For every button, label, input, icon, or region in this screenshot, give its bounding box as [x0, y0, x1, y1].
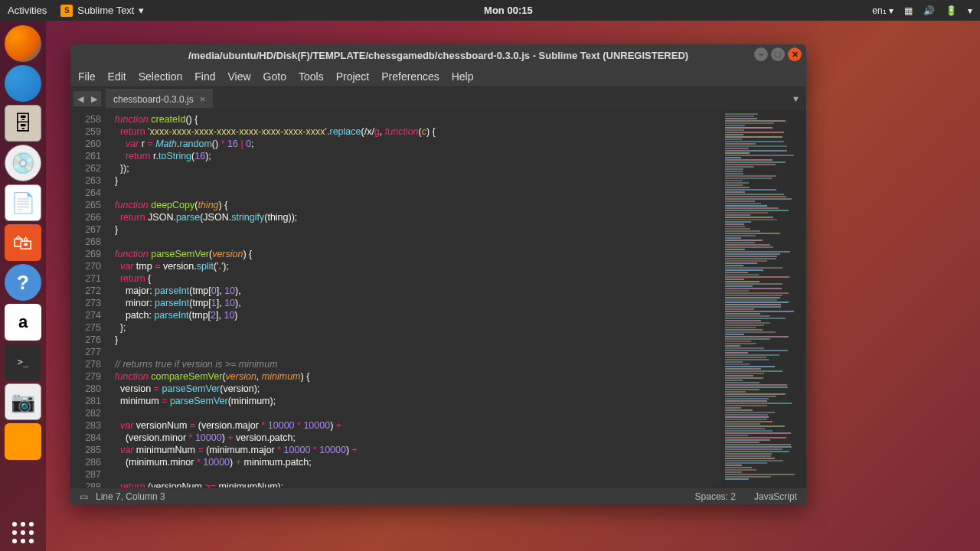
menubar: FileEditSelectionFindViewGotoToolsProjec… [70, 66, 806, 87]
menu-view[interactable]: View [228, 70, 251, 83]
tab-chessboard[interactable]: chessboard-0.3.0.js × [106, 90, 213, 108]
activities-button[interactable]: Activities [8, 5, 47, 16]
active-app-menu[interactable]: S Sublime Text ▾ [60, 5, 144, 17]
menu-selection[interactable]: Selection [139, 70, 183, 83]
statusbar: ▭ Line 7, Column 3 Spaces: 2 JavaScript [70, 487, 806, 504]
dock-screenshot[interactable]: 📷 [5, 383, 41, 420]
chevron-down-icon: ▾ [139, 5, 144, 16]
panel-switcher-icon[interactable]: ▭ [80, 491, 88, 502]
menu-file[interactable]: File [78, 70, 96, 83]
dock: 🗄 💿 📄 🛍 ? a >_ 📷 [0, 21, 46, 551]
clock[interactable]: Mon 00:15 [484, 5, 533, 16]
dock-files[interactable]: 🗄 [5, 105, 41, 142]
editor: 2582592602612622632642652662672682692702… [70, 110, 806, 487]
close-button[interactable]: ✕ [788, 47, 802, 61]
nav-forward[interactable]: ▶ [87, 91, 101, 106]
tab-dropdown-icon[interactable]: ▼ [792, 94, 800, 103]
dock-help[interactable]: ? [5, 264, 41, 301]
cursor-position: Line 7, Column 3 [96, 491, 165, 502]
code-area[interactable]: 2582592602612622632642652662672682692702… [70, 110, 722, 487]
menu-find[interactable]: Find [194, 70, 215, 83]
syntax-setting[interactable]: JavaScript [754, 491, 797, 502]
indent-setting[interactable]: Spaces: 2 [695, 491, 736, 502]
show-applications[interactable] [12, 522, 34, 543]
dock-sublime[interactable] [5, 423, 41, 460]
menu-goto[interactable]: Goto [263, 70, 286, 83]
tab-bar: ◀ ▶ chessboard-0.3.0.js × ▼ [70, 87, 806, 110]
input-lang[interactable]: en₁ ▾ [872, 5, 893, 16]
source-code[interactable]: function createId() { return 'xxxx-xxxx-… [107, 110, 722, 487]
dock-disks[interactable]: 💿 [5, 145, 41, 181]
titlebar[interactable]: /media/ubuntu/HD/Disk(F)/TEMPLATE/chessg… [70, 44, 806, 66]
menu-edit[interactable]: Edit [108, 70, 126, 83]
window-title: /media/ubuntu/HD/Disk(F)/TEMPLATE/chessg… [188, 50, 688, 61]
line-gutter: 2582592602612622632642652662672682692702… [70, 110, 107, 487]
tab-label: chessboard-0.3.0.js [113, 94, 194, 105]
tab-close-icon[interactable]: × [200, 93, 206, 105]
menu-preferences[interactable]: Preferences [381, 70, 439, 83]
dock-software[interactable]: 🛍 [5, 224, 41, 261]
dock-firefox[interactable] [5, 25, 41, 62]
battery-icon[interactable]: 🔋 [946, 5, 957, 16]
menu-tools[interactable]: Tools [299, 70, 324, 83]
nav-back[interactable]: ◀ [74, 91, 87, 106]
menu-project[interactable]: Project [336, 70, 370, 83]
sublime-icon: S [60, 5, 73, 17]
menu-help[interactable]: Help [452, 70, 474, 83]
wifi-icon[interactable]: ▦ [904, 5, 913, 16]
dock-writer[interactable]: 📄 [5, 184, 41, 221]
system-menu-chevron[interactable]: ▾ [968, 5, 972, 16]
dock-amazon[interactable]: a [5, 304, 41, 341]
dock-terminal[interactable]: >_ [5, 344, 41, 380]
dock-thunderbird[interactable] [5, 65, 41, 102]
minimize-button[interactable]: – [754, 47, 768, 61]
gnome-topbar: Activities S Sublime Text ▾ Mon 00:15 en… [0, 0, 980, 21]
maximize-button[interactable]: □ [771, 47, 785, 61]
sublime-window: /media/ubuntu/HD/Disk(F)/TEMPLATE/chessg… [70, 44, 806, 504]
minimap[interactable] [722, 110, 806, 487]
volume-icon[interactable]: 🔊 [923, 5, 935, 16]
